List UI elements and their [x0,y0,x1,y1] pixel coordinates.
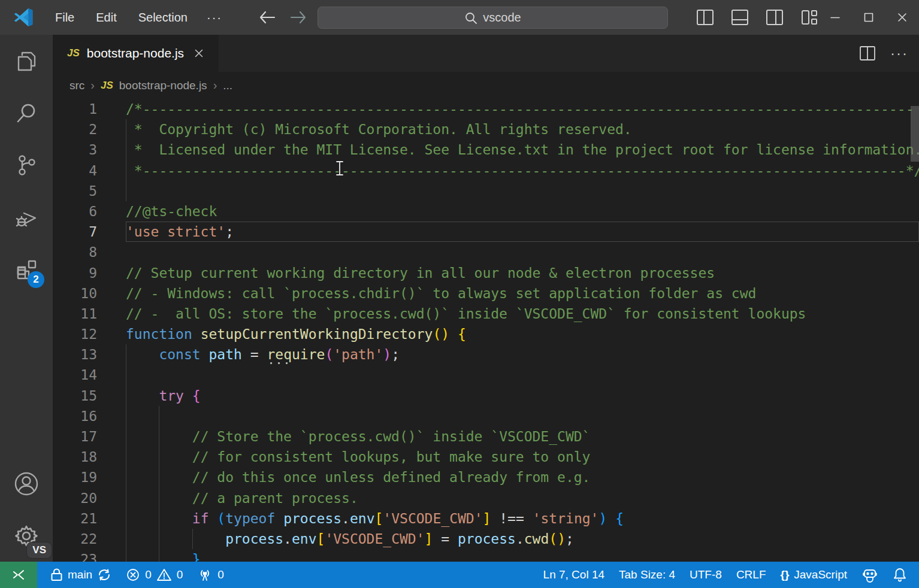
indentation-indicator[interactable]: Tab Size: 4 [612,562,682,588]
language-indicator[interactable]: {} JavaScript [773,562,855,588]
indent-guide [126,549,126,562]
breadcrumb-file[interactable]: bootstrap-node.js [119,79,207,92]
code-line[interactable]: 18 // for consistent lookups, but make s… [53,447,919,467]
code-line[interactable]: 19 // do this once unless defined alread… [53,467,919,487]
code-line[interactable]: 10// - Windows: call `process.chdir()` t… [53,283,919,304]
line-number[interactable]: 10 [53,283,126,304]
line-number[interactable]: 7 [53,222,126,242]
close-window-button[interactable] [885,0,919,35]
code-line[interactable]: 11// - all OS: store the `process.cwd()`… [53,304,919,324]
code-line-text [126,365,919,385]
code-line[interactable]: 20 // a parent process. [53,488,919,508]
menu-file[interactable]: File [44,7,85,28]
code-line[interactable]: 12function setupCurrentWorkingDirectory(… [53,324,919,344]
code-line[interactable]: 15 try { [53,386,919,406]
toggle-panel-icon[interactable] [731,8,749,26]
command-center-search[interactable]: vscode [318,7,668,29]
line-number[interactable]: 1 [53,99,126,119]
copilot-indicator[interactable] [854,562,885,588]
encoding-indicator[interactable]: UTF-8 [682,562,729,588]
line-number[interactable]: 3 [53,140,126,160]
line-number[interactable]: 11 [53,304,126,324]
extensions-icon[interactable]: 2 [0,243,53,295]
split-editor-icon[interactable] [859,45,876,62]
line-number[interactable]: 22 [53,529,126,549]
menu-selection[interactable]: Selection [128,7,198,28]
breadcrumb-src[interactable]: src [69,79,84,92]
tab-title: bootstrap-node.js [87,46,184,60]
code-line[interactable]: 8 [53,242,919,262]
line-number[interactable]: 15 [53,386,126,406]
line-number[interactable]: 23 [53,549,126,562]
code-token [192,326,201,342]
tab-bootstrap-node[interactable]: JS bootstrap-node.js [53,35,219,72]
ports-count: 0 [217,568,224,581]
code-line[interactable]: 7'use strict'; [53,222,919,242]
settings-gear-icon[interactable]: VS [0,510,53,562]
remote-indicator[interactable] [0,562,37,588]
line-number[interactable]: 20 [53,488,126,508]
maximize-button[interactable] [852,0,885,35]
code-line[interactable]: 6//@ts-check [53,201,919,222]
code-line[interactable]: 14 [53,365,919,385]
source-control-icon[interactable] [0,139,53,191]
problems-indicator[interactable]: 0 0 [119,562,190,588]
vertical-scrollbar-thumb[interactable] [911,106,919,162]
search-view-icon[interactable] [0,87,53,139]
code-line[interactable]: 17 // Store the `process.cwd()` inside `… [53,426,919,447]
code-line[interactable]: 3 * Licensed under the MIT License. See … [53,140,919,160]
line-number[interactable]: 12 [53,324,126,344]
line-number[interactable]: 9 [53,263,126,283]
sync-icon [97,568,111,582]
minimize-button[interactable] [818,0,852,35]
code-line[interactable]: 4 *-------------------------------------… [53,160,919,181]
indent-guide [126,529,126,549]
code-line[interactable]: 23 } [53,549,919,562]
menu-overflow-button[interactable]: ··· [198,7,231,28]
code-line[interactable]: 9// Setup current working directory in a… [53,263,919,283]
line-number[interactable]: 8 [53,242,126,262]
account-icon[interactable] [0,457,53,510]
line-number[interactable]: 5 [53,181,126,201]
eol-indicator[interactable]: CRLF [729,562,773,588]
line-number[interactable]: 2 [53,119,126,140]
code-line[interactable]: 21 if (typeof process.env['VSCODE_CWD'] … [53,508,919,529]
code-line-text: /*--------------------------------------… [126,99,919,119]
code-token: /*--------------------------------------… [126,101,914,117]
code-line[interactable]: 5 [53,181,919,201]
code-line[interactable]: 13 const path = require('path'); [53,344,919,365]
editor-more-actions-icon[interactable]: ··· [890,45,908,62]
back-arrow-icon[interactable] [258,10,276,25]
breadcrumb-symbol[interactable]: ... [223,79,232,92]
title-bar: File Edit Selection ··· vscode [0,0,919,35]
code-line[interactable]: 22 process.env['VSCODE_CWD'] = process.c… [53,529,919,549]
line-number[interactable]: 16 [53,406,126,426]
forward-arrow-icon[interactable] [289,10,307,25]
tab-close-icon[interactable] [194,48,204,59]
code-line[interactable]: 2 * Copyright (c) Microsoft Corporation.… [53,119,919,140]
run-debug-icon[interactable] [0,191,53,243]
toggle-primary-sidebar-icon[interactable] [696,8,714,26]
line-number[interactable]: 4 [53,160,126,181]
line-number[interactable]: 18 [53,447,126,467]
line-number[interactable]: 13 [53,344,126,365]
bell-icon [893,567,907,583]
line-number[interactable]: 14 [53,365,126,385]
line-number[interactable]: 17 [53,426,126,447]
explorer-icon[interactable] [0,35,53,87]
line-number[interactable]: 21 [53,508,126,529]
notifications-indicator[interactable] [885,562,914,588]
code-line[interactable]: 1/*-------------------------------------… [53,99,919,119]
code-editor[interactable]: 1/*-------------------------------------… [53,99,919,562]
code-line[interactable]: 16 [53,406,919,426]
cursor-position[interactable]: Ln 7, Col 14 [536,562,612,588]
toggle-secondary-sidebar-icon[interactable] [766,8,784,26]
line-number[interactable]: 19 [53,467,126,487]
customize-layout-icon[interactable] [800,8,818,26]
line-number[interactable]: 6 [53,201,126,222]
code-token: { [458,326,466,342]
menu-edit[interactable]: Edit [85,7,127,28]
code-line-text: // for consistent lookups, but make sure… [126,447,919,467]
branch-indicator[interactable]: main [43,562,119,588]
ports-indicator[interactable]: 0 [190,562,231,588]
